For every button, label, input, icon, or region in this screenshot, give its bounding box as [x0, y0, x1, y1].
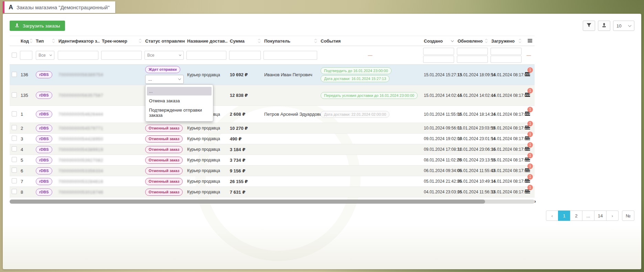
row-checkbox[interactable]: [12, 168, 17, 173]
filter-updated-from-input[interactable]: [457, 48, 488, 55]
pagination-page-1[interactable]: 1: [558, 211, 570, 221]
col-header-code[interactable]: Код: [19, 38, 34, 44]
dropdown-option[interactable]: Отмена заказа: [146, 96, 213, 105]
pagination-page-...[interactable]: ...: [582, 211, 594, 221]
cell-code: 1: [19, 112, 34, 117]
cell-sum: 3 184 ₽: [228, 147, 262, 152]
cell-updated: 15.01.2024 18:14:24: [455, 112, 489, 117]
filter-menu-dash: —: [527, 53, 531, 58]
col-header-buyer[interactable]: Покупатель: [262, 38, 319, 44]
cell-code: 135: [19, 93, 34, 98]
notification-badge: 1: [527, 142, 533, 148]
col-header-menu[interactable]: [523, 38, 535, 44]
row-menu-button[interactable]: 1: [525, 92, 530, 98]
filter-order-id-input[interactable]: [58, 51, 98, 60]
scroll-right-arrow[interactable]: ›: [534, 198, 536, 204]
filter-code-input[interactable]: [20, 51, 32, 60]
cell-sum: 490 ₽: [228, 136, 262, 141]
col-header-delivery[interactable]: Название достав...: [185, 38, 228, 44]
column-settings-icon[interactable]: [528, 38, 533, 43]
select-all-checkbox[interactable]: [12, 53, 17, 58]
col-header-sum[interactable]: Сумма: [228, 38, 262, 44]
pagination-prev[interactable]: ‹: [546, 211, 558, 221]
scrollbar-thumb[interactable]: [10, 200, 485, 204]
row-menu-button[interactable]: 1: [525, 168, 530, 173]
col-label: Обновлено: [458, 38, 483, 44]
row-menu-button[interactable]: 1: [525, 178, 530, 184]
cell-code: 136: [19, 72, 34, 77]
row-checkbox[interactable]: [12, 189, 17, 194]
dropdown-option[interactable]: ...: [147, 87, 212, 95]
row-menu-button[interactable]: 1: [525, 111, 530, 116]
pagination-page-2[interactable]: 2: [570, 211, 582, 221]
cell-delivery: Курьер продавца: [185, 136, 228, 141]
pagination: ‹12...14›: [546, 211, 619, 221]
dropdown-option[interactable]: Подтверждение отправки заказа: [146, 105, 213, 120]
table-row: 8rDBS70000000053018746Отменный заказКурь…: [10, 187, 535, 197]
col-header-status: Статус отправления: [143, 38, 185, 44]
filter-button[interactable]: [583, 21, 595, 31]
row-checkbox[interactable]: [12, 111, 17, 116]
filter-status-value: Все: [147, 53, 154, 58]
row-checkbox[interactable]: [12, 92, 17, 98]
pagination-next[interactable]: ›: [606, 211, 619, 221]
row-checkbox[interactable]: [12, 157, 17, 162]
filter-updated-to-input[interactable]: [457, 56, 488, 63]
cell-buyer: Иванов Иван Петрович: [262, 72, 319, 77]
table-row: 136rDBS70000000056389754Ждет отправки...…: [10, 65, 535, 85]
col-header-order-id[interactable]: Идентификатор з...: [56, 38, 100, 44]
col-header-loaded[interactable]: Загружено: [489, 38, 523, 44]
status-action-select[interactable]: ...: [145, 75, 184, 84]
cell-created: 09.01.2024 19:02:08: [422, 136, 455, 141]
row-checkbox[interactable]: [12, 136, 17, 141]
horizontal-scrollbar[interactable]: [10, 200, 535, 204]
filter-created-to-input[interactable]: [423, 56, 454, 63]
order-type-badge: rDBS: [36, 167, 52, 174]
hamburger-icon: [525, 72, 530, 76]
cell-order-id: 70000000054626444: [58, 112, 103, 117]
row-checkbox[interactable]: [12, 72, 17, 77]
filter-status-select[interactable]: Все: [144, 51, 184, 60]
row-menu-button[interactable]: 1: [525, 157, 530, 162]
page-size-select[interactable]: 10: [613, 21, 634, 31]
filter-loaded-from-input[interactable]: [491, 48, 522, 55]
filter-created-from-input[interactable]: [423, 48, 454, 55]
row-menu-button[interactable]: 1: [525, 136, 530, 141]
row-menu-button[interactable]: 1: [525, 71, 530, 77]
filter-track-input[interactable]: [101, 51, 142, 60]
cell-loaded: 16.01.2024 08:17:02: [489, 136, 523, 141]
row-menu-button[interactable]: 1: [525, 146, 530, 152]
notification-badge: 1: [527, 107, 533, 112]
cell-events: Подтвердить до 16.01.2024 23:00:00Дата д…: [319, 67, 422, 82]
order-type-badge: rDBS: [36, 146, 52, 153]
row-checkbox[interactable]: [12, 146, 17, 151]
load-orders-button[interactable]: Загрузить заказы: [10, 21, 65, 31]
pagination-page-14[interactable]: 14: [594, 211, 607, 221]
col-header-updated[interactable]: Обновлено: [455, 38, 489, 44]
row-menu-button[interactable]: 1: [525, 189, 530, 194]
filter-buyer-input[interactable]: [264, 51, 317, 60]
filter-loaded-to-input[interactable]: [491, 56, 522, 63]
col-header-created[interactable]: Создано: [422, 38, 455, 44]
cell-created: 15.01.2024 15:27:13: [422, 72, 455, 77]
cell-updated: 10.01.2024 23:01:54: [455, 136, 489, 141]
filter-type-select[interactable]: Все: [36, 51, 54, 60]
row-checkbox[interactable]: [12, 178, 17, 183]
filter-sum-input[interactable]: [229, 51, 261, 60]
cell-delivery: Курьер продавца: [185, 158, 228, 162]
cell-created: 15.01.2024 14:02:44: [422, 93, 455, 98]
page-number-button[interactable]: №: [622, 211, 634, 221]
notification-badge: 1: [527, 153, 533, 158]
order-type-badge: rDBS: [36, 189, 52, 196]
row-checkbox[interactable]: [12, 125, 17, 130]
col-header-type[interactable]: Тип: [34, 38, 56, 44]
orders-table: КодТипИдентификатор з...Трек-номерСтатус…: [10, 36, 535, 204]
row-menu-button[interactable]: 1: [525, 125, 530, 131]
col-header-track[interactable]: Трек-номер: [100, 38, 143, 44]
app-tab[interactable]: А Заказы магазина "Демонстрационный": [3, 1, 115, 13]
sort-icon: [258, 39, 260, 43]
cell-loaded: 16.01.2024 08:17:02: [489, 190, 523, 194]
export-button[interactable]: [598, 21, 610, 31]
filter-delivery-input[interactable]: [186, 51, 226, 60]
cell-status: Отменный заказ: [143, 178, 185, 185]
